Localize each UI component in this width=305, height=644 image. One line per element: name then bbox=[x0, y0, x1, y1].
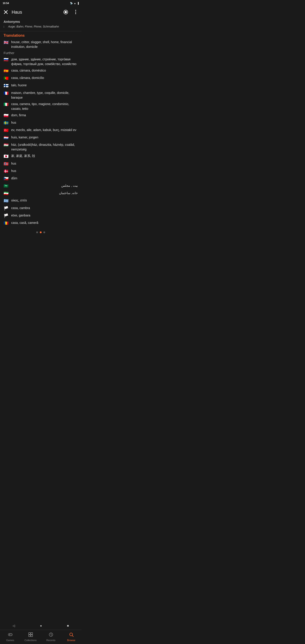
app-bar: Haus ⋮ bbox=[0, 6, 82, 18]
translation-text-2: casa, câmara, domicílio bbox=[11, 76, 78, 80]
translation-row-9: 🇳🇱huis, kamer, jongen bbox=[4, 135, 78, 141]
translation-text-13: hus bbox=[11, 168, 78, 173]
flag-en: 🇬🇧 bbox=[4, 40, 9, 46]
notification-icon: 📡 bbox=[70, 2, 73, 4]
translation-row-5: 🇮🇹casa, camera, tipo, magione, condomini… bbox=[4, 102, 78, 111]
status-time: 10:54 bbox=[3, 2, 9, 4]
flag-2: 🇵🇹 bbox=[4, 76, 9, 81]
flag-4: 🇫🇷 bbox=[4, 90, 9, 96]
close-button[interactable] bbox=[2, 8, 10, 16]
translation-row-13: 🇩🇰hus bbox=[4, 168, 78, 174]
flag-9: 🇳🇱 bbox=[4, 135, 9, 141]
translation-text-en: house, critter, slugger, shell, home, fi… bbox=[11, 40, 78, 49]
flag-19: 🏳️ bbox=[4, 213, 9, 219]
translation-text-12: hus bbox=[11, 161, 78, 166]
antonyms-heading: Antonyms bbox=[4, 20, 78, 24]
flag-13: 🇩🇰 bbox=[4, 168, 9, 174]
translation-row-0: 🇷🇺дом, здание, здáние, строéние, торгóва… bbox=[4, 57, 78, 66]
translation-text-17: οίκος, σπίτι bbox=[11, 198, 78, 203]
svg-point-3 bbox=[64, 11, 67, 13]
translation-row-10: 🇭🇺ház, (uralkodó)ház, dinasztia, háznép,… bbox=[4, 142, 78, 152]
page-dot-1 bbox=[36, 232, 38, 233]
flag-0: 🇷🇺 bbox=[4, 57, 9, 62]
translation-row-7: 🇸🇪hus bbox=[4, 120, 78, 126]
translations-section: Translations 🇬🇧 house, critter, slugger,… bbox=[0, 31, 82, 238]
flag-8: 🇹🇷 bbox=[4, 128, 9, 133]
translation-text-16: خانه, ساختمان bbox=[11, 191, 78, 196]
battery-icon: ▐ bbox=[77, 2, 79, 4]
translation-row-15: 🇸🇦بيت , مجلس bbox=[4, 183, 78, 189]
status-bar: 10:54 📡 ▲ ▐ bbox=[0, 0, 82, 6]
translation-text-3: talo, huone bbox=[11, 83, 78, 88]
bookmark-button[interactable] bbox=[62, 8, 70, 16]
translation-row-4: 🇫🇷maison, chambre, type, coquille, domic… bbox=[4, 90, 78, 100]
translation-row-8: 🇹🇷ev, meclis, aile, adam, kabuk, burç, m… bbox=[4, 128, 78, 133]
antonym-row: i Auge; Bahn; Finne; Pinne; Schmalbahn bbox=[4, 25, 78, 28]
translation-text-1: casa, cámara, doméstico bbox=[11, 68, 78, 73]
more-options-button[interactable]: ⋮ bbox=[72, 8, 80, 16]
flag-7: 🇸🇪 bbox=[4, 120, 9, 126]
translation-row-en: 🇬🇧 house, critter, slugger, shell, home,… bbox=[4, 40, 78, 49]
more-icon: ⋮ bbox=[73, 9, 78, 15]
translation-text-6: dom, firma bbox=[11, 113, 78, 118]
translation-text-19: etxe, ganbara bbox=[11, 213, 78, 218]
translation-row-12: 🇳🇴hus bbox=[4, 161, 78, 167]
flag-16: 🇮🇷 bbox=[4, 191, 9, 196]
flag-10: 🇭🇺 bbox=[4, 142, 9, 148]
translation-row-2: 🇵🇹casa, câmara, domicílio bbox=[4, 76, 78, 81]
translation-text-18: casa, cambra bbox=[11, 206, 78, 210]
flag-5: 🇮🇹 bbox=[4, 102, 9, 107]
translation-row-6: 🇵🇱dom, firma bbox=[4, 113, 78, 118]
page-title: Haus bbox=[12, 10, 60, 15]
wifi-icon: ▲ bbox=[74, 2, 76, 4]
translation-row-1: 🇪🇸casa, cámara, doméstico bbox=[4, 68, 78, 74]
flag-11: 🇯🇵 bbox=[4, 154, 9, 159]
antonym-text: Auge; Bahn; Finne; Pinne; Schmalbahn bbox=[8, 25, 59, 28]
translation-text-5: casa, camera, tipo, magione, condominio,… bbox=[11, 102, 78, 111]
translation-row-20: 🇷🇴casa, casă, cameră bbox=[4, 220, 78, 226]
translation-row-19: 🏳️etxe, ganbara bbox=[4, 213, 78, 219]
translation-text-8: ev, meclis, aile, adam, kabuk, burç, müs… bbox=[11, 128, 78, 132]
translation-row-3: 🇫🇮talo, huone bbox=[4, 83, 78, 88]
translation-row-17: 🇬🇷οίκος, σπίτι bbox=[4, 198, 78, 204]
translation-text-10: ház, (uralkodó)ház, dinasztia, háznép, c… bbox=[11, 142, 78, 152]
flag-1: 🇪🇸 bbox=[4, 68, 9, 74]
translation-text-15: بيت , مجلس bbox=[11, 183, 78, 188]
flag-15: 🇸🇦 bbox=[4, 183, 9, 189]
antonyms-section: Antonyms i Auge; Bahn; Finne; Pinne; Sch… bbox=[0, 18, 82, 31]
translation-text-7: hus bbox=[11, 120, 78, 125]
flag-6: 🇵🇱 bbox=[4, 113, 9, 118]
translation-text-14: dům bbox=[11, 176, 78, 181]
info-icon: i bbox=[4, 25, 6, 28]
translation-row-14: 🇨🇿dům bbox=[4, 176, 78, 182]
flag-20: 🇷🇴 bbox=[4, 220, 9, 226]
status-icons: 📡 ▲ ▐ bbox=[70, 2, 79, 4]
flag-14: 🇨🇿 bbox=[4, 176, 9, 182]
translation-text-4: maison, chambre, type, coquille, domicil… bbox=[11, 90, 78, 100]
page-dot-3 bbox=[44, 232, 45, 233]
translations-heading: Translations bbox=[4, 34, 78, 38]
translation-text-20: casa, casă, cameră bbox=[11, 220, 78, 225]
page-dot-2 bbox=[40, 232, 42, 233]
translation-row-16: 🇮🇷خانه, ساختمان bbox=[4, 191, 78, 196]
flag-12: 🇳🇴 bbox=[4, 161, 9, 167]
translation-text-9: huis, kamer, jongen bbox=[11, 135, 78, 140]
translation-row-11: 🇯🇵家, 家庭, 家系, 殻 bbox=[4, 154, 78, 159]
further-heading: Further bbox=[4, 51, 78, 55]
translation-text-0: дом, здание, здáние, строéние, торгóвая … bbox=[11, 57, 78, 66]
translation-text-11: 家, 家庭, 家系, 殻 bbox=[11, 154, 78, 158]
main-content: Antonyms i Auge; Bahn; Finne; Pinne; Sch… bbox=[0, 18, 82, 238]
page-indicators bbox=[4, 228, 78, 237]
flag-17: 🇬🇷 bbox=[4, 198, 9, 204]
flag-3: 🇫🇮 bbox=[4, 83, 9, 88]
flag-18: 🏳️ bbox=[4, 206, 9, 211]
translation-row-18: 🏳️casa, cambra bbox=[4, 206, 78, 211]
translation-list: 🇷🇺дом, здание, здáние, строéние, торгóва… bbox=[4, 57, 78, 226]
